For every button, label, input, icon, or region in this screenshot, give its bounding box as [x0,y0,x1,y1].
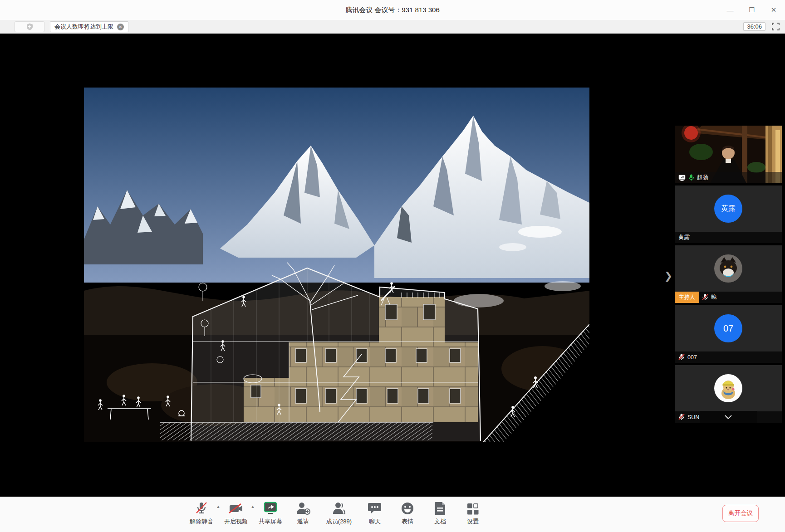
control-toolbar: 解除静音 ▲ 开启视频 ▲ 共享屏幕 [0,497,785,532]
screen-sharing-icon [678,175,686,181]
members-button[interactable]: 成员(289) [319,501,358,526]
participant-name: 007 [687,354,697,361]
mic-muted-icon [678,414,685,420]
participant-panel: 赵扬 黄露 黄露 [675,126,782,425]
capacity-warning-text: 会议人数即将达到上限 [54,23,113,31]
chat-label: 聊天 [369,517,381,526]
host-badge: 主持人 [675,292,699,303]
share-screen-icon [263,502,278,515]
unmute-button[interactable]: 解除静音 [185,501,218,526]
settings-label: 设置 [467,517,479,526]
collapse-participant-list-button[interactable] [700,411,757,423]
members-icon [332,502,346,515]
meeting-timer: 36:06 [743,22,765,31]
settings-button[interactable]: 设置 [456,501,489,526]
settings-grid-icon [466,503,479,515]
mic-on-icon [688,174,694,181]
mic-muted-icon [195,502,208,515]
tab-close-icon[interactable]: ✕ [117,24,124,30]
participant-tile-wan[interactable]: 主持人 晚 [675,245,782,303]
emoji-icon [401,502,414,515]
emoji-label: 表情 [402,517,413,526]
invite-label: 邀请 [297,517,309,526]
avatar [714,254,742,283]
document-icon [434,502,446,515]
fullscreen-icon[interactable] [772,23,780,30]
window-titlebar: 腾讯会议 会议号：931 813 306 — ☐ ✕ [0,0,785,20]
notice-bar: 会议人数即将达到上限 ✕ 36:06 [0,20,785,34]
invite-icon [296,502,310,515]
start-video-button[interactable]: 开启视频 [220,501,252,526]
participant-tile-huanglu[interactable]: 黄露 黄露 [675,185,782,243]
shared-screen-image [84,88,589,442]
invite-button[interactable]: 邀请 [287,501,319,526]
participant-tile-007[interactable]: 07 007 [675,305,782,363]
collapse-panel-button[interactable]: ❯ [662,268,675,284]
window-title: 腾讯会议 会议号：931 813 306 [345,6,440,15]
maximize-icon[interactable]: ☐ [747,5,757,15]
leave-meeting-button[interactable]: 离开会议 [722,505,759,522]
camera-off-icon [228,503,244,515]
docs-button[interactable]: 文档 [424,501,456,526]
minimize-icon[interactable]: — [725,5,735,15]
docs-label: 文档 [434,517,446,526]
start-video-label: 开启视频 [224,517,248,526]
close-icon[interactable]: ✕ [769,5,779,15]
chevron-down-icon [725,415,732,419]
avatar: 07 [714,314,742,342]
main-stage: ❯ [0,34,785,497]
security-shield-button[interactable] [15,21,44,32]
unmute-label: 解除静音 [190,517,213,526]
mic-muted-icon [678,354,685,361]
participant-name: SUN [687,414,699,420]
emoji-button[interactable]: 表情 [391,501,424,526]
avatar [714,374,742,402]
participant-name: 晚 [711,293,717,301]
participant-tile-zhaoyang[interactable]: 赵扬 [675,126,782,183]
share-screen-button[interactable]: 共享屏幕 [254,501,287,526]
avatar: 黄露 [714,195,742,223]
share-screen-label: 共享屏幕 [259,517,282,526]
chat-icon [368,502,382,515]
capacity-warning-tab: 会议人数即将达到上限 ✕ [50,21,128,32]
shield-icon [26,23,33,30]
chat-button[interactable]: 聊天 [358,501,391,526]
participant-name: 黄露 [678,234,690,241]
mic-muted-icon [702,294,708,301]
participant-name: 赵扬 [697,174,708,181]
members-label: 成员(289) [326,517,352,526]
participant-tile-sun[interactable]: SUN [675,365,782,423]
